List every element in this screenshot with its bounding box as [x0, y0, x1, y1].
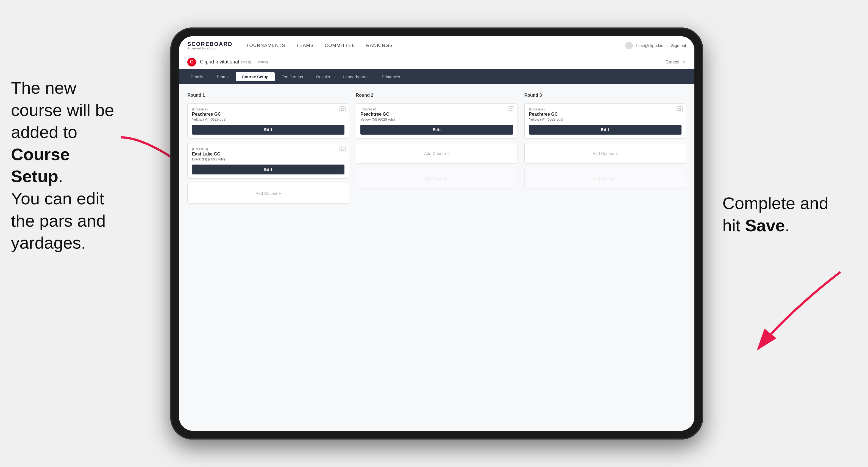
round-1-column: Round 1 □ (Course A) Peachtree GC Yellow…	[187, 93, 349, 204]
right-arrow	[736, 267, 851, 354]
nav-committee[interactable]: COMMITTEE	[325, 43, 355, 48]
round-3-course-a-card: □ (Course A) Peachtree GC Yellow (M) (66…	[524, 103, 686, 139]
tournament-bar: C Clippd Invitational (Men) Hosting Canc…	[179, 55, 694, 69]
tournament-logo: C	[187, 58, 196, 66]
nav-rankings[interactable]: RANKINGS	[366, 43, 393, 48]
right-annotation: Complete and hit Save.	[722, 192, 832, 237]
add-course-r3[interactable]: Add Course +	[524, 143, 686, 164]
cancel-button[interactable]: Cancel	[665, 60, 679, 65]
course-b-r1-details: Black (M) (6891 yds)	[192, 157, 344, 161]
course-a-r2-label: (Course A)	[361, 107, 513, 111]
tab-printables[interactable]: Printables	[376, 72, 406, 81]
edit-course-b-r1[interactable]: Edit	[192, 164, 344, 175]
add-course-r2-disabled: Add Course +	[356, 168, 518, 189]
round-3-column: Round 3 □ (Course A) Peachtree GC Yellow…	[524, 93, 686, 204]
annotation-line2: course will be	[11, 100, 114, 120]
annotation-line1: The new	[11, 78, 76, 97]
annotation-save: Save	[745, 216, 785, 235]
course-a-r2-details: Yellow (M) (6629 yds)	[361, 117, 513, 121]
tournament-name: Clippd Invitational	[200, 59, 239, 65]
course-a-r3-details: Yellow (M) (6629 yds)	[529, 117, 681, 121]
nav-links: TOURNAMENTS TEAMS COMMITTEE RANKINGS	[246, 43, 625, 48]
left-annotation: The new course will be added to Course S…	[11, 77, 126, 254]
course-a-r3-label: (Course A)	[529, 107, 681, 111]
add-course-r2-disabled-label: Add Course +	[424, 176, 450, 181]
remove-course-a-r2[interactable]: □	[508, 106, 514, 112]
round-2-label: Round 2	[356, 93, 518, 98]
tournament-gender: (Men)	[241, 60, 251, 64]
main-content: Round 1 □ (Course A) Peachtree GC Yellow…	[179, 84, 694, 431]
avatar	[625, 42, 633, 50]
course-b-r1-name: East Lake GC	[192, 152, 344, 157]
tab-details[interactable]: Details	[185, 72, 209, 81]
course-a-r3-name: Peachtree GC	[529, 112, 681, 117]
annotation-line6: the pars and	[11, 211, 106, 230]
add-course-r3-disabled-label: Add Course +	[592, 176, 618, 181]
annotation-line3: added to	[11, 123, 77, 142]
cancel-icon[interactable]: ✕	[683, 59, 686, 65]
user-email: blair@clippd.io	[636, 43, 663, 48]
remove-course-a-r1[interactable]: □	[340, 106, 346, 112]
annotation-line5: You can edit	[11, 189, 104, 208]
edit-course-a-r1[interactable]: Edit	[192, 125, 344, 134]
course-a-r1-label: (Course A)	[192, 107, 344, 111]
tablet-frame: SCOREBOARD Powered by clippd TOURNAMENTS…	[170, 28, 703, 439]
sign-out-link[interactable]: Sign out	[671, 43, 686, 48]
round-3-label: Round 3	[524, 93, 686, 98]
add-course-r2-label: Add Course +	[424, 151, 450, 156]
tab-tee-groups[interactable]: Tee Groups	[276, 72, 309, 81]
brand-sub: Powered by clippd	[187, 47, 232, 50]
edit-course-a-r3[interactable]: Edit	[529, 125, 681, 134]
course-b-r1-label: (Course B)	[192, 147, 344, 151]
nav-right: blair@clippd.io | Sign out	[625, 42, 686, 50]
course-a-r2-name: Peachtree GC	[361, 112, 513, 117]
tablet-screen: SCOREBOARD Powered by clippd TOURNAMENTS…	[179, 36, 694, 431]
annotation-hit: hit Save.	[722, 216, 790, 235]
tab-results[interactable]: Results	[310, 72, 336, 81]
course-a-r1-details: Yellow (M) (6629 yds)	[192, 117, 344, 121]
nav-tournaments[interactable]: TOURNAMENTS	[246, 43, 285, 48]
round-2-course-a-card: □ (Course A) Peachtree GC Yellow (M) (66…	[356, 103, 518, 139]
round-2-column: Round 2 □ (Course A) Peachtree GC Yellow…	[356, 93, 518, 204]
tournament-status: Hosting	[256, 60, 268, 64]
tab-teams[interactable]: Teams	[210, 72, 235, 81]
add-course-r2[interactable]: Add Course +	[356, 143, 518, 164]
add-course-r1[interactable]: Add Course +	[187, 183, 349, 204]
nav-brand: SCOREBOARD Powered by clippd	[187, 41, 232, 50]
add-course-r3-label: Add Course +	[592, 151, 618, 156]
top-nav: SCOREBOARD Powered by clippd TOURNAMENTS…	[179, 36, 694, 55]
rounds-grid: Round 1 □ (Course A) Peachtree GC Yellow…	[187, 93, 686, 204]
tab-course-setup[interactable]: Course Setup	[236, 72, 275, 81]
annotation-line7: yardages.	[11, 233, 86, 252]
brand-title: SCOREBOARD	[187, 41, 232, 47]
tab-bar: Details Teams Course Setup Tee Groups Re…	[179, 69, 694, 84]
nav-separator: |	[666, 43, 668, 48]
round-1-label: Round 1	[187, 93, 349, 98]
edit-course-a-r2[interactable]: Edit	[361, 125, 513, 134]
course-a-r1-name: Peachtree GC	[192, 112, 344, 117]
round-1-course-b-card: □ (Course B) East Lake GC Black (M) (689…	[187, 143, 349, 179]
round-1-course-a-card: □ (Course A) Peachtree GC Yellow (M) (66…	[187, 103, 349, 139]
add-course-r1-label: Add Course +	[256, 191, 281, 195]
remove-course-a-r3[interactable]: □	[677, 106, 683, 112]
tab-leaderboards[interactable]: Leaderboards	[337, 72, 375, 81]
nav-teams[interactable]: TEAMS	[296, 43, 314, 48]
add-course-r3-disabled: Add Course +	[524, 168, 686, 189]
annotation-complete: Complete and	[722, 194, 829, 213]
remove-course-b-r1[interactable]: □	[340, 146, 346, 152]
